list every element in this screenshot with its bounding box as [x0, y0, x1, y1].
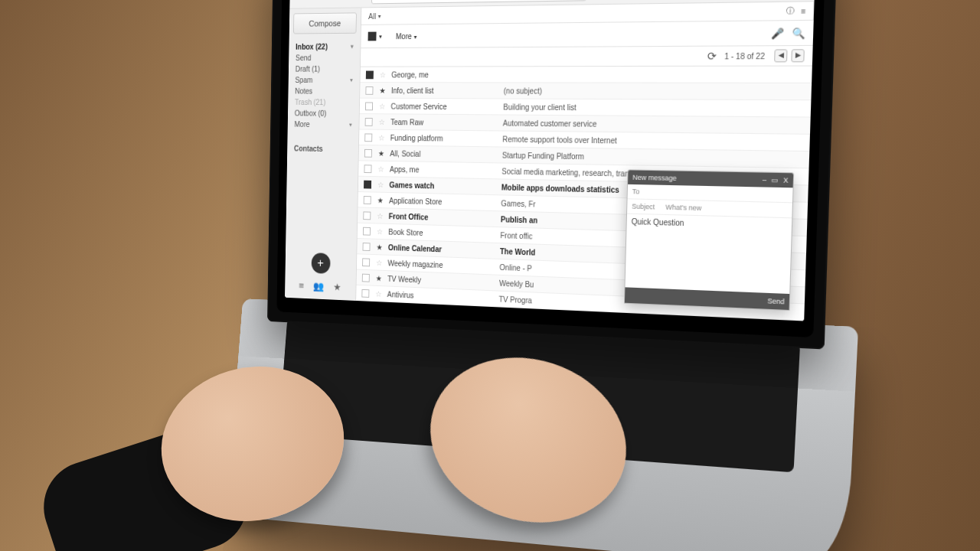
sidebar-folder-item[interactable]: Inbox (22)▾ [289, 41, 360, 52]
search-input[interactable] [371, 0, 586, 4]
mail-sender: Application Store [389, 196, 495, 207]
mail-main-pane: All ▾ ⓘ ≡ ▾ More [356, 2, 814, 321]
mail-sender: George, me [391, 70, 498, 79]
app-window: – ▭ X Compose Inbox (22)▾SendDraft (1)Sp… [285, 0, 815, 321]
chevron-down-icon: ▾ [349, 122, 352, 129]
more-dropdown[interactable]: More ▾ [396, 31, 431, 40]
mail-sender: Team Raw [390, 118, 497, 127]
refresh-button[interactable]: ⟳ [707, 50, 717, 63]
mail-star-icon[interactable]: ☆ [378, 118, 385, 126]
mail-checkbox[interactable] [363, 211, 371, 220]
mail-star-icon[interactable]: ★ [377, 196, 384, 204]
mail-subject: Automated customer service [503, 119, 804, 130]
folder-label: Draft (1) [296, 65, 320, 73]
mail-row[interactable]: ★Info, client list(no subject) [360, 83, 812, 100]
mail-star-icon[interactable]: ☆ [377, 133, 384, 142]
mail-checkbox[interactable] [363, 243, 371, 251]
mail-star-icon[interactable]: ☆ [374, 289, 381, 298]
chevron-down-icon: ▾ [378, 12, 381, 19]
filter-all-label: All [368, 12, 376, 21]
sidebar-folder-item[interactable]: Trash (21) [288, 96, 359, 108]
mail-checkbox[interactable] [362, 273, 370, 282]
chevron-down-icon: ▾ [413, 34, 416, 41]
compose-close-button[interactable]: X [783, 176, 789, 184]
sidebar: Compose Inbox (22)▾SendDraft (1)Spam▾Not… [285, 8, 361, 301]
mail-sender: Front Office [389, 212, 495, 223]
compose-button[interactable]: Compose [293, 12, 357, 34]
select-chevron-icon[interactable]: ▾ [379, 33, 382, 40]
more-label: More [396, 32, 412, 41]
mail-sender: Weekly magazine [387, 259, 494, 271]
mail-checkbox[interactable] [364, 133, 372, 142]
compose-to-label: To [632, 187, 658, 196]
mail-checkbox[interactable] [364, 148, 372, 157]
mail-row[interactable]: ☆George, me [360, 67, 812, 83]
pager-next-button[interactable]: ▶ [791, 49, 805, 62]
mic-icon[interactable]: 🎤 [771, 27, 784, 39]
mail-checkbox[interactable] [364, 165, 371, 173]
mail-star-icon[interactable]: ☆ [377, 181, 384, 189]
mail-checkbox[interactable] [364, 180, 371, 188]
compose-subject-value: What's new [665, 204, 701, 212]
select-all-checkbox[interactable] [368, 32, 377, 41]
sidebar-contacts[interactable]: Contacts [287, 137, 358, 161]
mail-checkbox[interactable] [365, 117, 373, 126]
mail-star-icon[interactable]: ★ [379, 86, 386, 95]
mail-checkbox[interactable] [362, 258, 370, 266]
mail-star-icon[interactable]: ☆ [375, 258, 382, 266]
folder-label: Notes [295, 87, 312, 96]
sidebar-folder-item[interactable]: Notes [288, 86, 359, 97]
mail-sender: Info, client list [391, 86, 498, 95]
sidebar-folder-item[interactable]: Send [289, 52, 360, 64]
sidebar-folder-item[interactable]: Outbox (0) [288, 108, 359, 119]
info-icon[interactable]: ⓘ [786, 5, 795, 17]
mail-subject: Building your client list [503, 103, 805, 113]
compose-popup-title: New message [632, 174, 677, 182]
mail-checkbox[interactable] [364, 196, 371, 204]
mail-checkbox[interactable] [365, 86, 373, 95]
sidebar-folder-item[interactable]: More▾ [288, 119, 359, 130]
mail-sender: Funding platform [390, 133, 497, 143]
compose-minimize-button[interactable]: – [763, 176, 767, 184]
mail-checkbox[interactable] [366, 70, 374, 79]
mail-checkbox[interactable] [365, 102, 373, 110]
folder-label: Trash (21) [295, 98, 325, 106]
settings-menu-icon[interactable]: ≡ [801, 6, 806, 15]
mail-checkbox[interactable] [361, 320, 369, 321]
compose-maximize-button[interactable]: ▭ [771, 176, 779, 184]
compose-body[interactable]: Quick Question [625, 214, 792, 294]
compose-send-button[interactable]: Send [767, 297, 784, 305]
chevron-down-icon: ▾ [350, 77, 353, 83]
mail-sender: Online Calendar [388, 243, 495, 256]
mail-checkbox[interactable] [361, 289, 369, 297]
mail-star-icon[interactable]: ☆ [376, 211, 383, 220]
mail-checkbox[interactable] [363, 227, 371, 235]
sidebar-folder-item[interactable]: Spam▾ [289, 74, 360, 86]
folder-label: Outbox (0) [295, 109, 327, 118]
mail-star-icon[interactable]: ☆ [378, 102, 385, 110]
mail-star-icon[interactable]: ★ [377, 149, 384, 158]
chevron-down-icon: ▾ [351, 43, 354, 50]
mail-sender: All, Social [390, 149, 496, 159]
mail-star-icon[interactable]: ☆ [377, 165, 384, 173]
mail-star-icon[interactable]: ☆ [376, 227, 383, 236]
pager-range-label: 1 - 18 of 22 [724, 51, 765, 60]
mail-star-icon[interactable]: ☆ [374, 321, 381, 321]
laptop-screen-frame: – ▭ X Compose Inbox (22)▾SendDraft (1)Sp… [267, 0, 838, 350]
filter-all-dropdown[interactable]: All ▾ [368, 11, 381, 20]
mail-star-icon[interactable]: ★ [376, 243, 383, 251]
mail-sender: TV Weekly [387, 274, 494, 286]
star-icon[interactable]: ★ [333, 282, 341, 293]
pager-prev-button[interactable]: ◀ [774, 49, 787, 62]
people-icon[interactable]: 👥 [313, 281, 324, 292]
mail-star-icon[interactable]: ★ [375, 274, 382, 282]
mail-subject: Remote support tools over Internet [502, 135, 803, 147]
search-icon[interactable]: 🔍 [792, 27, 805, 39]
mail-sender: Apps, me [390, 165, 496, 174]
mail-star-icon[interactable]: ☆ [379, 70, 386, 79]
folder-label: More [294, 120, 309, 129]
add-fab-button[interactable]: + [311, 253, 330, 274]
list-icon[interactable]: ≡ [299, 280, 304, 292]
sidebar-folder-item[interactable]: Draft (1) [289, 64, 360, 75]
mail-sender: Book Store [388, 227, 495, 239]
